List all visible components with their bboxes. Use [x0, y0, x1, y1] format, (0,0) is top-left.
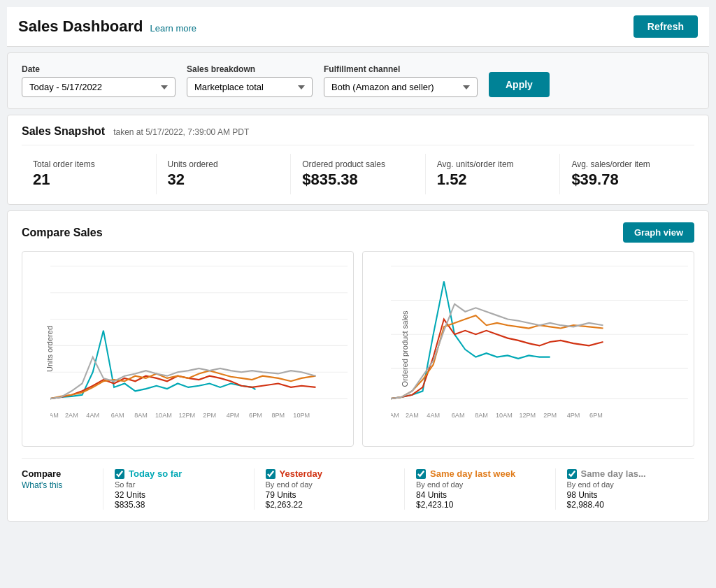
- today-label: Today so far: [129, 468, 182, 479]
- legend-item-today: Today so far So far 32 Units $835.38: [103, 468, 243, 510]
- svg-text:4PM: 4PM: [567, 411, 580, 419]
- refresh-button[interactable]: Refresh: [633, 15, 698, 38]
- svg-text:12PM: 12PM: [178, 411, 195, 419]
- today-sub: So far: [115, 480, 243, 489]
- compare-sales-title: Compare Sales: [22, 227, 103, 239]
- same-day-last-2week-sub: By end of day: [567, 480, 695, 489]
- legend-item-same-day-last-2week: Same day las... By end of day 98 Units $…: [555, 468, 695, 510]
- date-select[interactable]: Today - 5/17/2022: [22, 77, 176, 97]
- compare-sales-card: Compare Sales Graph view Units ordered 3…: [7, 210, 709, 522]
- yesterday-sub: By end of day: [266, 480, 394, 489]
- snapshot-title: Sales Snapshot: [22, 125, 105, 138]
- compare-label: Compare: [22, 468, 92, 479]
- svg-text:6PM: 6PM: [589, 411, 603, 419]
- filter-bar: Date Today - 5/17/2022 Sales breakdown M…: [7, 52, 709, 109]
- sales-breakdown-filter-group: Sales breakdown Marketplace total: [187, 64, 313, 97]
- same-day-last-week-checkbox[interactable]: [416, 469, 426, 479]
- today-checkbox[interactable]: [115, 469, 124, 479]
- svg-text:12AM: 12AM: [50, 411, 59, 419]
- svg-text:6AM: 6AM: [111, 411, 124, 419]
- same-day-last-2week-units: 98 Units: [567, 490, 695, 500]
- legend-item-same-day-last-week: Same day last week By end of day 84 Unit…: [404, 468, 544, 510]
- svg-text:6AM: 6AM: [452, 411, 465, 419]
- svg-text:10AM: 10AM: [496, 411, 513, 419]
- same-day-last-week-label: Same day last week: [430, 468, 515, 479]
- svg-text:2PM: 2PM: [543, 411, 557, 419]
- metric-units-ordered: Units ordered 32: [157, 154, 292, 194]
- units-chart: Units ordered 30 20 10 0 12AM 2A: [22, 251, 354, 447]
- legend-row: Compare What's this Today so far So far …: [22, 458, 694, 510]
- date-label: Date: [22, 64, 176, 74]
- same-day-last-week-units: 84 Units: [416, 490, 544, 500]
- graph-view-button[interactable]: Graph view: [623, 222, 694, 243]
- metric-avg-sales: Avg. sales/order item $39.78: [560, 154, 694, 194]
- svg-text:4PM: 4PM: [227, 411, 240, 419]
- svg-text:10PM: 10PM: [293, 411, 310, 419]
- legend-item-yesterday: Yesterday By end of day 79 Units $2,263.…: [254, 468, 394, 510]
- date-filter-group: Date Today - 5/17/2022: [22, 64, 176, 97]
- metric-total-order-items: Total order items 21: [22, 154, 157, 194]
- sales-chart-ylabel: Ordered product sales: [401, 311, 409, 387]
- yesterday-label: Yesterday: [280, 468, 322, 479]
- apply-button[interactable]: Apply: [489, 72, 550, 97]
- charts-row: Units ordered 30 20 10 0 12AM 2A: [22, 251, 694, 447]
- units-chart-svg: 30 20 10 0 12AM 2AM 4AM 6AM 8AM 10AM 12P…: [50, 259, 348, 425]
- same-day-last-week-sub: By end of day: [416, 480, 544, 489]
- fulfillment-label: Fulfillment channel: [324, 64, 478, 74]
- svg-text:12AM: 12AM: [391, 411, 399, 419]
- sales-chart-svg: 600 400 200 0 12AM 2AM 4AM 6AM 8AM 10AM …: [391, 259, 688, 425]
- fulfillment-filter-group: Fulfillment channel Both (Amazon and sel…: [324, 64, 478, 97]
- snapshot-metrics: Total order items 21 Units ordered 32 Or…: [22, 154, 694, 194]
- svg-text:8PM: 8PM: [271, 411, 285, 419]
- today-sales: $835.38: [115, 500, 243, 510]
- whats-this-link[interactable]: What's this: [22, 480, 92, 490]
- svg-text:8AM: 8AM: [475, 411, 488, 419]
- same-day-last-week-sales: $2,423.10: [416, 500, 544, 510]
- units-chart-ylabel: Units ordered: [45, 326, 54, 372]
- svg-text:6PM: 6PM: [249, 411, 262, 419]
- today-units: 32 Units: [115, 490, 243, 500]
- svg-text:10AM: 10AM: [155, 411, 172, 419]
- sales-breakdown-select[interactable]: Marketplace total: [187, 77, 313, 97]
- same-day-last-2week-checkbox[interactable]: [567, 469, 577, 479]
- fulfillment-select[interactable]: Both (Amazon and seller): [324, 77, 478, 97]
- svg-text:4AM: 4AM: [86, 411, 99, 419]
- snapshot-card: Sales Snapshot taken at 5/17/2022, 7:39:…: [7, 115, 709, 205]
- sales-chart: Ordered product sales 600 400 200 0 12AM…: [362, 251, 694, 447]
- same-day-last-2week-sales: $2,988.40: [567, 500, 695, 510]
- svg-text:2AM: 2AM: [406, 411, 419, 419]
- svg-text:12PM: 12PM: [519, 411, 536, 419]
- snapshot-time: taken at 5/17/2022, 7:39:00 AM PDT: [113, 127, 249, 137]
- page-title: Sales Dashboard: [18, 17, 143, 36]
- yesterday-checkbox[interactable]: [266, 469, 275, 479]
- legend-compare: Compare What's this: [22, 468, 92, 510]
- same-day-last-2week-label: Same day las...: [581, 468, 646, 479]
- learn-more-link[interactable]: Learn more: [150, 23, 196, 34]
- svg-text:8AM: 8AM: [134, 411, 148, 419]
- yesterday-units: 79 Units: [266, 490, 394, 500]
- svg-text:2PM: 2PM: [203, 411, 216, 419]
- sales-breakdown-label: Sales breakdown: [187, 64, 313, 74]
- svg-text:4AM: 4AM: [427, 411, 440, 419]
- metric-avg-units: Avg. units/order item 1.52: [426, 154, 561, 194]
- yesterday-sales: $2,263.22: [266, 500, 394, 510]
- metric-ordered-product-sales: Ordered product sales $835.38: [291, 154, 426, 194]
- svg-text:2AM: 2AM: [65, 411, 78, 419]
